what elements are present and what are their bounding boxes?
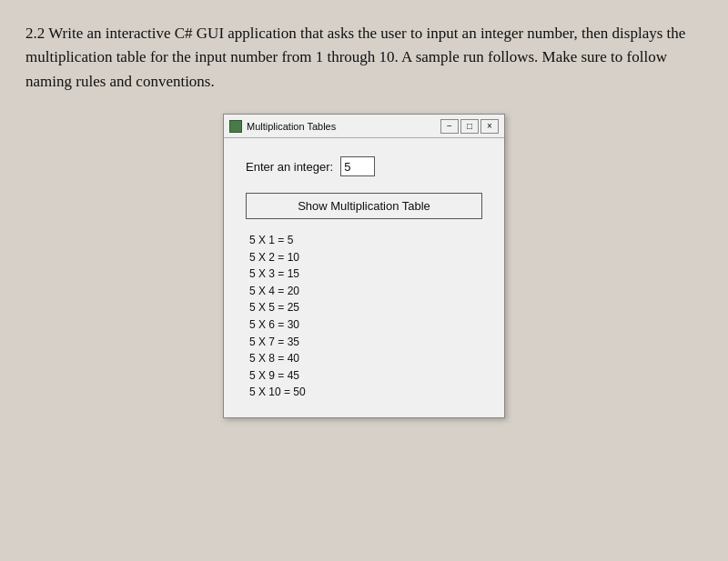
app-icon <box>229 120 242 133</box>
problem-text: 2.2 Write an interactive C# GUI applicat… <box>25 22 703 94</box>
result-line: 5 X 9 = 45 <box>249 367 482 385</box>
input-label: Enter an integer: <box>246 160 333 174</box>
show-multiplication-button[interactable]: Show Multiplication Table <box>246 193 482 219</box>
integer-input[interactable] <box>340 156 375 176</box>
result-line: 5 X 5 = 25 <box>249 299 482 316</box>
maximize-button[interactable]: □ <box>460 119 479 134</box>
minimize-button[interactable]: − <box>440 119 459 134</box>
results-area: 5 X 1 = 55 X 2 = 105 X 3 = 155 X 4 = 205… <box>246 232 482 401</box>
title-bar: Multiplication Tables − □ × <box>224 115 504 138</box>
title-left: Multiplication Tables <box>229 120 336 133</box>
result-line: 5 X 2 = 10 <box>249 249 482 266</box>
result-line: 5 X 7 = 35 <box>249 334 482 351</box>
result-line: 5 X 6 = 30 <box>249 316 482 334</box>
window-body: Enter an integer: Show Multiplication Ta… <box>224 138 504 417</box>
window-title: Multiplication Tables <box>247 121 336 132</box>
page-content: 2.2 Write an interactive C# GUI applicat… <box>0 0 728 436</box>
input-row: Enter an integer: <box>246 156 482 176</box>
close-button[interactable]: × <box>480 119 499 134</box>
window-container: Multiplication Tables − □ × Enter an int… <box>25 114 703 418</box>
application-window: Multiplication Tables − □ × Enter an int… <box>223 114 505 418</box>
result-line: 5 X 10 = 50 <box>249 384 482 401</box>
window-controls[interactable]: − □ × <box>440 119 499 134</box>
result-line: 5 X 4 = 20 <box>249 283 482 300</box>
result-line: 5 X 8 = 40 <box>249 350 482 367</box>
result-line: 5 X 1 = 5 <box>249 232 482 249</box>
result-line: 5 X 3 = 15 <box>249 265 482 283</box>
